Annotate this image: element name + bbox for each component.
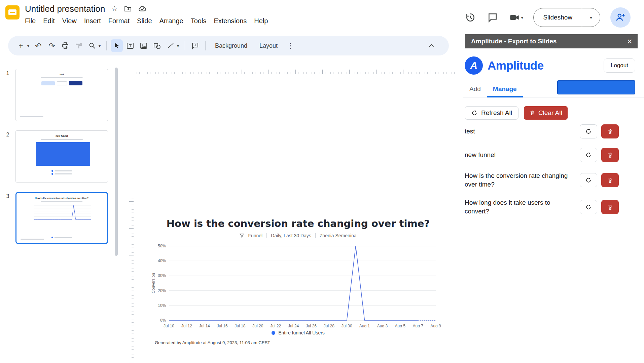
refresh-icon — [585, 128, 592, 135]
svg-text:0%: 0% — [160, 318, 166, 323]
item-refresh-button[interactable] — [580, 200, 597, 214]
more-options-icon[interactable]: ⋮ — [284, 39, 296, 52]
thumb1-title: test — [16, 73, 108, 76]
svg-text:Jul 18: Jul 18 — [235, 324, 245, 327]
app-root: Untitled presentation ☆ File Edit View I… — [0, 0, 644, 363]
tab-manage[interactable]: Manage — [487, 85, 523, 97]
slideshow-options-button[interactable]: ▾ — [582, 8, 600, 27]
exported-charts-list: test new funnel — [465, 124, 634, 216]
item-refresh-button[interactable] — [580, 124, 597, 138]
panel-title: Amplitude - Export to Slides — [471, 38, 557, 45]
refresh-all-button[interactable]: Refresh All — [465, 106, 518, 120]
text-box-button[interactable] — [124, 39, 136, 52]
panel-highlighted-button[interactable] — [557, 80, 635, 94]
svg-text:Aug 5: Aug 5 — [395, 324, 406, 327]
insert-line-button[interactable] — [165, 39, 177, 52]
list-item: test — [465, 124, 634, 138]
menu-arrange[interactable]: Arrange — [156, 16, 187, 26]
chart-container: How is the conversion rate changing over… — [150, 217, 446, 345]
menu-slide[interactable]: Slide — [133, 16, 155, 26]
chart-legend: Entire funnel All Users — [150, 330, 446, 335]
legend-line — [51, 173, 72, 175]
cloud-status-icon[interactable] — [138, 4, 147, 13]
collapse-toolbar-icon[interactable] — [425, 39, 437, 52]
subtitle-separator — [315, 233, 316, 238]
select-tool-button[interactable] — [111, 39, 123, 52]
menu-extensions[interactable]: Extensions — [210, 16, 250, 26]
svg-text:Conversion: Conversion — [151, 273, 156, 293]
amplitude-logo-icon: A — [465, 56, 483, 75]
close-icon[interactable]: × — [627, 37, 632, 46]
svg-text:Jul 30: Jul 30 — [342, 324, 352, 327]
slide-thumbnail-3-selected[interactable]: How is the conversion rate changing over… — [15, 192, 108, 244]
item-delete-button[interactable] — [601, 124, 619, 138]
trash-icon — [607, 128, 613, 135]
insert-image-button[interactable] — [138, 39, 150, 52]
menu-insert[interactable]: Insert — [80, 16, 105, 26]
zoom-button[interactable] — [86, 39, 98, 52]
thumb1-widgets — [16, 81, 108, 85]
chart-meta-range: Daily, Last 30 Days — [271, 233, 311, 238]
layout-button[interactable]: Layout — [254, 40, 283, 52]
new-slide-chevron-icon[interactable]: ▾ — [26, 43, 31, 48]
workspace: + ▾ ↶ ↷ ▾ — [0, 34, 459, 363]
insert-shape-button[interactable] — [151, 39, 163, 52]
item-delete-button[interactable] — [601, 173, 619, 187]
chart-title: How is the conversion rate changing over… — [150, 217, 446, 230]
slide-thumbnail-2[interactable]: new funnel — [15, 130, 108, 183]
refresh-icon — [471, 110, 478, 116]
menu-view[interactable]: View — [59, 16, 80, 26]
slide-canvas[interactable]: How is the conversion rate changing over… — [118, 55, 459, 363]
refresh-all-label: Refresh All — [481, 109, 512, 117]
svg-text:40%: 40% — [158, 258, 166, 263]
item-label: How long does it take users to convert? — [465, 198, 576, 216]
logout-button[interactable]: Logout — [604, 58, 635, 73]
item-label: test — [465, 127, 576, 136]
menu-file[interactable]: File — [21, 16, 39, 26]
line-chevron-icon[interactable]: ▾ — [175, 43, 181, 48]
share-button[interactable] — [610, 7, 631, 28]
thumb-placeholder-line — [41, 77, 83, 78]
svg-text:Aug 7: Aug 7 — [413, 324, 423, 327]
paint-format-button[interactable] — [73, 39, 85, 52]
comments-icon[interactable] — [487, 11, 499, 24]
google-slides-logo[interactable] — [5, 5, 20, 19]
item-refresh-button[interactable] — [580, 173, 597, 187]
print-button[interactable] — [59, 39, 71, 52]
menu-help[interactable]: Help — [250, 16, 272, 26]
toolbar: + ▾ ↶ ↷ ▾ — [8, 36, 449, 55]
background-button[interactable]: Background — [210, 40, 253, 52]
item-delete-button[interactable] — [601, 200, 619, 214]
zoom-chevron-icon[interactable]: ▾ — [97, 43, 102, 48]
menu-tools[interactable]: Tools — [187, 16, 210, 26]
trash-icon — [607, 204, 613, 210]
star-icon[interactable]: ☆ — [111, 4, 118, 13]
redo-button[interactable]: ↷ — [46, 39, 58, 52]
svg-text:Aug 1: Aug 1 — [359, 324, 370, 327]
panel-tabs: Add Manage — [463, 81, 644, 97]
svg-text:20%: 20% — [158, 288, 166, 293]
meet-camera-control[interactable]: ▾ — [509, 12, 523, 23]
thumb2-legend — [16, 170, 108, 175]
item-delete-button[interactable] — [601, 148, 619, 162]
tab-add[interactable]: Add — [463, 85, 487, 97]
new-slide-button[interactable]: + — [15, 39, 27, 52]
thumb-placeholder-chip — [69, 81, 82, 85]
menu-edit[interactable]: Edit — [39, 16, 58, 26]
filmstrip-scrollbar[interactable] — [115, 68, 118, 256]
item-refresh-button[interactable] — [580, 148, 597, 162]
add-comment-button[interactable] — [189, 39, 201, 52]
legend-dot — [51, 173, 53, 175]
slideshow-button[interactable]: Slideshow — [534, 8, 582, 27]
document-title[interactable]: Untitled presentation — [25, 4, 105, 14]
undo-button[interactable]: ↶ — [32, 39, 44, 52]
move-folder-icon[interactable] — [124, 5, 132, 13]
menu-format[interactable]: Format — [105, 16, 133, 26]
clear-all-button[interactable]: Clear All — [524, 106, 568, 120]
current-slide[interactable]: How is the conversion rate changing over… — [143, 207, 459, 363]
slide-thumbnail-1[interactable]: test — [15, 69, 108, 121]
thumb-placeholder-line — [20, 116, 43, 117]
toolbar-separator — [185, 41, 185, 50]
version-history-icon[interactable] — [464, 11, 476, 24]
thumb2-bar-chart — [36, 142, 90, 166]
